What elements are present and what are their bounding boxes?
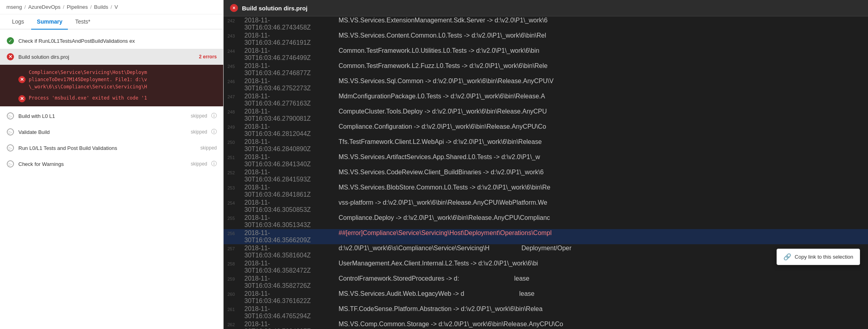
info-icon[interactable]: ⓘ bbox=[211, 160, 217, 167]
skip-icon: ▷ bbox=[6, 144, 14, 152]
list-item[interactable]: ▷ Validate Build skipped ⓘ bbox=[0, 124, 223, 140]
log-timestamp: 2018-11-30T16:03:46.2746499Z bbox=[240, 47, 335, 62]
log-timestamp: 2018-11-30T16:03:46.2746877Z bbox=[240, 62, 335, 77]
log-line-number: 252 bbox=[224, 170, 240, 175]
log-row[interactable]: 2612018-11-30T16:03:46.4765294ZMS.TF.Cod… bbox=[224, 305, 868, 320]
log-timestamp: 2018-11-30T16:03:46.2812044Z bbox=[240, 123, 335, 138]
log-content: MS.VS.Services.BlobStore.Common.L0.Tests… bbox=[335, 184, 868, 191]
log-row[interactable]: 2582018-11-30T16:03:46.3582472ZUserManag… bbox=[224, 259, 868, 275]
log-row[interactable]: 2562018-11-30T16:03:46.3566209Z##[error]… bbox=[224, 229, 868, 244]
log-content: MS.VS.Services.Content.Common.L0.Tests -… bbox=[335, 32, 868, 39]
item-label: Run L0/L1 Tests and Post Build Validatio… bbox=[18, 145, 195, 151]
log-content: ComputeCluster.Tools.Deploy -> d:\v2.0\P… bbox=[335, 108, 868, 115]
item-label: Check if RunL0L1TestsAndPostBuildValidat… bbox=[18, 38, 217, 44]
log-line-number: 259 bbox=[224, 277, 240, 281]
log-line-number: 253 bbox=[224, 185, 240, 190]
log-line-number: 261 bbox=[224, 307, 240, 312]
log-line-number: 248 bbox=[224, 110, 240, 114]
log-row[interactable]: 2622018-11-30T16:03:46.7234897ZMS.VS.Com… bbox=[224, 320, 868, 329]
log-timestamp: 2018-11-30T16:03:46.2790081Z bbox=[240, 108, 335, 122]
breadcrumb-sep-3: / bbox=[90, 4, 92, 10]
log-line-number: 247 bbox=[224, 94, 240, 99]
list-item[interactable]: ▷ Run L0/L1 Tests and Post Build Validat… bbox=[0, 140, 223, 156]
list-item[interactable]: ✕ Build solution dirs.proj 2 errors bbox=[0, 49, 223, 65]
log-row[interactable]: 2502018-11-30T16:03:46.2840890ZTfs.TestF… bbox=[224, 138, 868, 153]
log-content: MS.VS.Services.CodeReview.Client_BuildBi… bbox=[335, 169, 868, 176]
breadcrumb-item-mseng[interactable]: mseng bbox=[6, 4, 22, 10]
terminal-header: × Build solution dirs.proj bbox=[224, 0, 868, 16]
log-content: MS.VS.Services.Sql.Common -> d:\v2.0\P1\… bbox=[335, 78, 868, 85]
log-row[interactable]: 2422018-11-30T16:03:46.2743458ZMS.VS.Ser… bbox=[224, 16, 868, 32]
log-line-number: 242 bbox=[224, 18, 240, 23]
breadcrumb-item-builds[interactable]: Builds bbox=[94, 4, 108, 10]
breadcrumb-sep-2: / bbox=[63, 4, 65, 10]
log-line-number: 258 bbox=[224, 261, 240, 266]
info-icon[interactable]: ⓘ bbox=[211, 128, 217, 136]
copy-link-label[interactable]: Copy link to this selection bbox=[795, 254, 853, 260]
item-status: skipped bbox=[191, 113, 207, 119]
tab-bar: Logs Summary Tests* bbox=[0, 14, 223, 30]
list-item[interactable]: ▷ Check for Warnings skipped ⓘ bbox=[0, 156, 223, 172]
log-timestamp: 2018-11-30T16:03:46.2776163Z bbox=[240, 93, 335, 107]
log-line-number: 256 bbox=[224, 231, 240, 236]
log-row[interactable]: 2592018-11-30T16:03:46.3582726ZControlFr… bbox=[224, 275, 868, 290]
terminal-body[interactable]: 2422018-11-30T16:03:46.2743458ZMS.VS.Ser… bbox=[224, 16, 868, 329]
tab-logs[interactable]: Logs bbox=[6, 14, 30, 30]
log-timestamp: 2018-11-30T16:03:46.2841861Z bbox=[240, 184, 335, 198]
log-row[interactable]: 2542018-11-30T16:03:46.3050853Zvss-platf… bbox=[224, 199, 868, 214]
list-item[interactable]: ✓ Check if RunL0L1TestsAndPostBuildValid… bbox=[0, 33, 223, 49]
log-container: 2422018-11-30T16:03:46.2743458ZMS.VS.Ser… bbox=[224, 16, 868, 329]
close-button[interactable]: × bbox=[230, 4, 238, 12]
log-content: Compliance.Deploy -> d:\v2.0\P1\_work\6\… bbox=[335, 214, 868, 221]
log-row[interactable]: 2492018-11-30T16:03:46.2812044ZComplianc… bbox=[224, 123, 868, 138]
log-content: MS.VS.Comp.Common.Storage -> d:\v2.0\P1\… bbox=[335, 321, 868, 328]
error-item-2: ✕ Process 'msbuild.exe' exited with code… bbox=[18, 94, 147, 102]
log-timestamp: 2018-11-30T16:03:46.7234897Z bbox=[240, 321, 335, 329]
log-content: ControlFramework.StoredProcedures -> d: … bbox=[335, 275, 868, 282]
log-row[interactable]: 2432018-11-30T16:03:46.2746191ZMS.VS.Ser… bbox=[224, 32, 868, 47]
item-status: skipped bbox=[191, 161, 207, 167]
log-row[interactable]: 2452018-11-30T16:03:46.2746877ZCommon.Te… bbox=[224, 62, 868, 77]
breadcrumb-item-v[interactable]: V bbox=[115, 4, 118, 10]
link-icon: 🔗 bbox=[783, 253, 791, 261]
tab-summary[interactable]: Summary bbox=[31, 14, 68, 30]
log-row[interactable]: 2462018-11-30T16:03:46.2752273ZMS.VS.Ser… bbox=[224, 77, 868, 92]
breadcrumb-sep-4: / bbox=[111, 4, 112, 10]
error-icon: ✕ bbox=[6, 53, 14, 61]
log-row[interactable]: 2602018-11-30T16:03:46.3761622ZMS.VS.Ser… bbox=[224, 290, 868, 305]
error-text-2: Process 'msbuild.exe' exited with code '… bbox=[29, 94, 147, 102]
info-icon[interactable]: ⓘ bbox=[211, 112, 217, 120]
breadcrumb-item-azuredevops[interactable]: AzureDevOps bbox=[28, 4, 61, 10]
log-timestamp: 2018-11-30T16:03:46.3761622Z bbox=[240, 290, 335, 305]
log-timestamp: 2018-11-30T16:03:46.2841593Z bbox=[240, 169, 335, 183]
breadcrumb-item-pipelines[interactable]: Pipelines bbox=[67, 4, 88, 10]
item-status: skipped bbox=[191, 129, 207, 135]
log-content: MS.TF.CodeSense.Platform.Abstraction -> … bbox=[335, 305, 868, 313]
log-line-number: 249 bbox=[224, 125, 240, 130]
log-row[interactable]: 2572018-11-30T16:03:46.3581604Zd:\v2.0\P… bbox=[224, 244, 868, 259]
log-line-number: 257 bbox=[224, 246, 240, 251]
log-row[interactable]: 2532018-11-30T16:03:46.2841861ZMS.VS.Ser… bbox=[224, 183, 868, 199]
copy-link-popup[interactable]: 🔗 Copy link to this selection bbox=[777, 249, 860, 265]
item-status: skipped bbox=[200, 145, 217, 151]
list-item[interactable]: ▷ Build with L0 L1 skipped ⓘ bbox=[0, 108, 223, 124]
log-line-number: 246 bbox=[224, 79, 240, 84]
skip-icon: ▷ bbox=[6, 160, 14, 168]
log-row[interactable]: 2522018-11-30T16:03:46.2841593ZMS.VS.Ser… bbox=[224, 168, 868, 183]
log-line-number: 262 bbox=[224, 322, 240, 327]
left-panel: mseng / AzureDevOps / Pipelines / Builds… bbox=[0, 0, 224, 329]
error-text-1: Compliance\Service\Servicing\Host\Deploy… bbox=[29, 69, 147, 90]
log-content: Compliance.Configuration -> d:\v2.0\P1\_… bbox=[335, 123, 868, 130]
log-row[interactable]: 2512018-11-30T16:03:46.2841340ZMS.VS.Ser… bbox=[224, 153, 868, 168]
log-timestamp: 2018-11-30T16:03:46.2840890Z bbox=[240, 138, 335, 153]
log-content: MS.VS.Services.ArtifactServices.App.Shar… bbox=[335, 154, 868, 161]
log-row[interactable]: 2482018-11-30T16:03:46.2790081ZComputeCl… bbox=[224, 108, 868, 123]
log-row[interactable]: 2552018-11-30T16:03:46.3051343ZComplianc… bbox=[224, 214, 868, 229]
log-content: MS.VS.Services.Audit.Web.LegacyWeb -> d … bbox=[335, 290, 868, 297]
tab-tests[interactable]: Tests* bbox=[69, 14, 96, 30]
log-row[interactable]: 2442018-11-30T16:03:46.2746499ZCommon.Te… bbox=[224, 47, 868, 62]
error-block: ✕ Compliance\Service\Servicing\Host\Depl… bbox=[0, 65, 223, 106]
log-row[interactable]: 2472018-11-30T16:03:46.2776163ZMdmConfig… bbox=[224, 92, 868, 108]
breadcrumb-sep-1: / bbox=[24, 4, 26, 10]
log-content: Common.TestFramework.L0.Utilities.L0.Tes… bbox=[335, 47, 868, 54]
